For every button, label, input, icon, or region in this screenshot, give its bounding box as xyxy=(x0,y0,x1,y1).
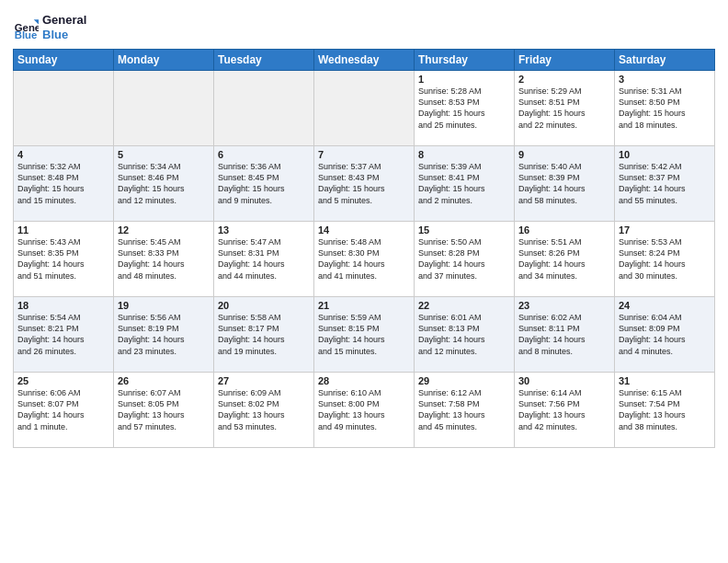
day-number: 1 xyxy=(418,74,510,85)
calendar-cell: 16Sunrise: 5:51 AMSunset: 8:26 PMDayligh… xyxy=(515,222,615,297)
calendar-week-row: 1Sunrise: 5:28 AMSunset: 8:53 PMDaylight… xyxy=(14,71,715,146)
day-info: Sunrise: 6:04 AMSunset: 8:09 PMDaylight:… xyxy=(619,312,711,357)
logo-icon: General Blue xyxy=(13,15,39,40)
calendar-week-row: 11Sunrise: 5:43 AMSunset: 8:35 PMDayligh… xyxy=(14,222,715,297)
day-info: Sunrise: 5:43 AMSunset: 8:35 PMDaylight:… xyxy=(17,236,109,282)
calendar-week-row: 18Sunrise: 5:54 AMSunset: 8:21 PMDayligh… xyxy=(14,297,715,373)
calendar-cell: 14Sunrise: 5:48 AMSunset: 8:30 PMDayligh… xyxy=(314,222,415,297)
calendar-header-monday: Monday xyxy=(114,50,214,71)
calendar-header-friday: Friday xyxy=(515,50,615,71)
day-number: 27 xyxy=(218,375,310,386)
calendar-cell: 29Sunrise: 6:12 AMSunset: 7:58 PMDayligh… xyxy=(415,373,515,448)
day-number: 15 xyxy=(418,224,510,236)
day-number: 16 xyxy=(518,224,610,236)
day-info: Sunrise: 6:09 AMSunset: 8:02 PMDaylight:… xyxy=(218,387,310,432)
day-info: Sunrise: 5:50 AMSunset: 8:28 PMDaylight:… xyxy=(418,236,510,282)
day-number: 24 xyxy=(619,300,711,311)
day-number: 26 xyxy=(118,375,210,386)
calendar-cell: 7Sunrise: 5:37 AMSunset: 8:43 PMDaylight… xyxy=(314,146,415,222)
day-number: 18 xyxy=(17,300,109,311)
day-number: 21 xyxy=(318,300,410,311)
logo: General Blue General Blue xyxy=(13,13,86,41)
day-info: Sunrise: 6:01 AMSunset: 8:13 PMDaylight:… xyxy=(418,312,510,357)
day-number: 23 xyxy=(518,300,610,311)
svg-text:Blue: Blue xyxy=(15,29,38,40)
day-number: 20 xyxy=(218,300,310,311)
day-info: Sunrise: 6:15 AMSunset: 7:54 PMDaylight:… xyxy=(619,387,711,432)
day-info: Sunrise: 5:42 AMSunset: 8:37 PMDaylight:… xyxy=(619,161,711,206)
calendar-cell: 26Sunrise: 6:07 AMSunset: 8:05 PMDayligh… xyxy=(114,373,214,448)
calendar-cell: 3Sunrise: 5:31 AMSunset: 8:50 PMDaylight… xyxy=(615,71,715,146)
day-info: Sunrise: 5:59 AMSunset: 8:15 PMDaylight:… xyxy=(318,312,410,357)
calendar-cell: 15Sunrise: 5:50 AMSunset: 8:28 PMDayligh… xyxy=(415,222,515,297)
day-info: Sunrise: 5:34 AMSunset: 8:46 PMDaylight:… xyxy=(118,161,210,206)
day-number: 31 xyxy=(619,375,711,386)
day-info: Sunrise: 5:37 AMSunset: 8:43 PMDaylight:… xyxy=(318,161,410,206)
day-number: 19 xyxy=(118,300,210,311)
calendar-cell: 10Sunrise: 5:42 AMSunset: 8:37 PMDayligh… xyxy=(615,146,715,222)
day-number: 2 xyxy=(518,74,610,85)
day-info: Sunrise: 5:48 AMSunset: 8:30 PMDaylight:… xyxy=(318,236,410,282)
day-number: 22 xyxy=(418,300,510,311)
calendar-cell: 21Sunrise: 5:59 AMSunset: 8:15 PMDayligh… xyxy=(314,297,415,373)
day-info: Sunrise: 5:54 AMSunset: 8:21 PMDaylight:… xyxy=(17,312,109,357)
calendar-cell xyxy=(114,71,214,146)
calendar-table: SundayMondayTuesdayWednesdayThursdayFrid… xyxy=(13,49,715,448)
day-number: 13 xyxy=(218,224,310,236)
day-number: 10 xyxy=(619,149,711,160)
day-info: Sunrise: 5:51 AMSunset: 8:26 PMDaylight:… xyxy=(518,236,610,282)
day-number: 11 xyxy=(17,224,109,236)
calendar-week-row: 4Sunrise: 5:32 AMSunset: 8:48 PMDaylight… xyxy=(14,146,715,222)
calendar-header-thursday: Thursday xyxy=(415,50,515,71)
day-info: Sunrise: 5:58 AMSunset: 8:17 PMDaylight:… xyxy=(218,312,310,357)
day-number: 28 xyxy=(318,375,410,386)
calendar-cell: 25Sunrise: 6:06 AMSunset: 8:07 PMDayligh… xyxy=(14,373,114,448)
day-number: 6 xyxy=(218,149,310,160)
logo-blue: Blue xyxy=(42,28,86,42)
day-number: 12 xyxy=(118,224,210,236)
day-info: Sunrise: 5:56 AMSunset: 8:19 PMDaylight:… xyxy=(118,312,210,357)
day-info: Sunrise: 5:28 AMSunset: 8:53 PMDaylight:… xyxy=(418,86,510,131)
day-number: 5 xyxy=(118,149,210,160)
calendar-cell: 9Sunrise: 5:40 AMSunset: 8:39 PMDaylight… xyxy=(515,146,615,222)
day-number: 3 xyxy=(619,74,711,85)
calendar-cell: 31Sunrise: 6:15 AMSunset: 7:54 PMDayligh… xyxy=(615,373,715,448)
day-number: 4 xyxy=(17,149,109,160)
logo-general: General xyxy=(42,13,86,28)
day-info: Sunrise: 5:47 AMSunset: 8:31 PMDaylight:… xyxy=(218,236,310,282)
calendar-cell: 20Sunrise: 5:58 AMSunset: 8:17 PMDayligh… xyxy=(214,297,314,373)
calendar-cell xyxy=(314,71,415,146)
day-info: Sunrise: 5:29 AMSunset: 8:51 PMDaylight:… xyxy=(518,86,610,131)
calendar-cell: 19Sunrise: 5:56 AMSunset: 8:19 PMDayligh… xyxy=(114,297,214,373)
day-number: 29 xyxy=(418,375,510,386)
calendar-header-wednesday: Wednesday xyxy=(314,50,415,71)
calendar-cell: 5Sunrise: 5:34 AMSunset: 8:46 PMDaylight… xyxy=(114,146,214,222)
calendar-cell: 23Sunrise: 6:02 AMSunset: 8:11 PMDayligh… xyxy=(515,297,615,373)
calendar-cell: 18Sunrise: 5:54 AMSunset: 8:21 PMDayligh… xyxy=(14,297,114,373)
calendar-cell: 11Sunrise: 5:43 AMSunset: 8:35 PMDayligh… xyxy=(14,222,114,297)
day-number: 30 xyxy=(518,375,610,386)
day-number: 8 xyxy=(418,149,510,160)
calendar-cell xyxy=(214,71,314,146)
calendar-cell: 17Sunrise: 5:53 AMSunset: 8:24 PMDayligh… xyxy=(615,222,715,297)
day-number: 25 xyxy=(17,375,109,386)
calendar-header-sunday: Sunday xyxy=(14,50,114,71)
calendar-cell: 24Sunrise: 6:04 AMSunset: 8:09 PMDayligh… xyxy=(615,297,715,373)
calendar-header-row: SundayMondayTuesdayWednesdayThursdayFrid… xyxy=(14,50,715,71)
day-info: Sunrise: 5:31 AMSunset: 8:50 PMDaylight:… xyxy=(619,86,711,131)
day-info: Sunrise: 6:10 AMSunset: 8:00 PMDaylight:… xyxy=(318,387,410,432)
calendar-cell: 2Sunrise: 5:29 AMSunset: 8:51 PMDaylight… xyxy=(515,71,615,146)
calendar-cell: 13Sunrise: 5:47 AMSunset: 8:31 PMDayligh… xyxy=(214,222,314,297)
calendar-header-tuesday: Tuesday xyxy=(214,50,314,71)
calendar-cell: 6Sunrise: 5:36 AMSunset: 8:45 PMDaylight… xyxy=(214,146,314,222)
day-info: Sunrise: 6:12 AMSunset: 7:58 PMDaylight:… xyxy=(418,387,510,432)
calendar-cell xyxy=(14,71,114,146)
calendar-cell: 30Sunrise: 6:14 AMSunset: 7:56 PMDayligh… xyxy=(515,373,615,448)
day-info: Sunrise: 6:14 AMSunset: 7:56 PMDaylight:… xyxy=(518,387,610,432)
calendar-cell: 28Sunrise: 6:10 AMSunset: 8:00 PMDayligh… xyxy=(314,373,415,448)
calendar-cell: 1Sunrise: 5:28 AMSunset: 8:53 PMDaylight… xyxy=(415,71,515,146)
calendar-cell: 27Sunrise: 6:09 AMSunset: 8:02 PMDayligh… xyxy=(214,373,314,448)
calendar-cell: 12Sunrise: 5:45 AMSunset: 8:33 PMDayligh… xyxy=(114,222,214,297)
calendar-week-row: 25Sunrise: 6:06 AMSunset: 8:07 PMDayligh… xyxy=(14,373,715,448)
day-info: Sunrise: 6:02 AMSunset: 8:11 PMDaylight:… xyxy=(518,312,610,357)
